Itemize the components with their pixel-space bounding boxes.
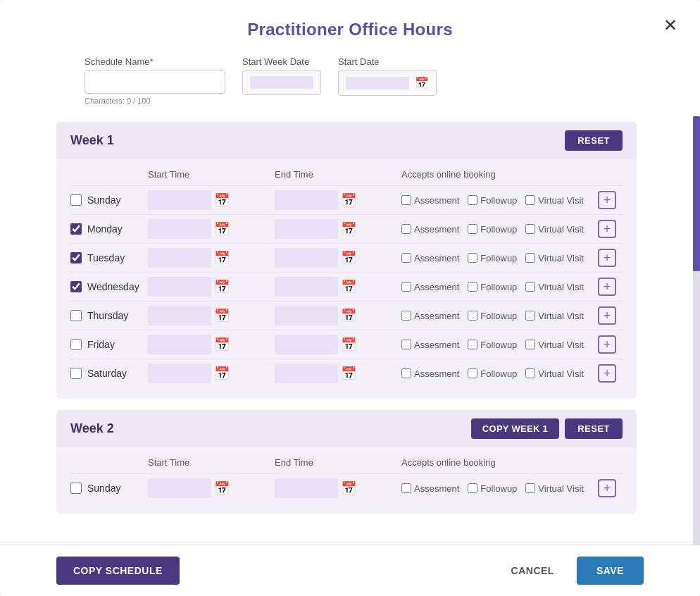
week1-friday-assesment[interactable]: Assesment [401, 340, 459, 350]
week1-wednesday-row: Wednesday 📅 📅 Assesment Followup [70, 272, 623, 301]
clock-icon: 📅 [341, 279, 356, 294]
schedule-name-group: Schedule Name* Characters: 0 / 100 [85, 56, 225, 105]
clock-icon: 📅 [214, 337, 230, 352]
week1-wednesday-checkbox[interactable] [70, 281, 82, 292]
week1-thursday-assesment[interactable]: Assesment [401, 311, 459, 321]
week1-tuesday-end: 📅 [275, 248, 401, 268]
week1-wednesday-assesment[interactable]: Assesment [401, 282, 459, 292]
modal-title: Practitioner Office Hours [247, 20, 453, 39]
week1-thursday-add-button[interactable]: + [598, 306, 616, 325]
week1-thursday-name: Thursday [70, 310, 148, 321]
week1-sunday-booking: Assesment Followup Virtual Visit + [401, 191, 623, 209]
week1-saturday-followup[interactable]: Followup [468, 368, 517, 379]
week2-title: Week 2 [70, 421, 114, 436]
week1-friday-virtual[interactable]: Virtual Visit [525, 340, 584, 350]
week1-monday-add-button[interactable]: + [598, 220, 616, 238]
week1-wednesday-virtual[interactable]: Virtual Visit [525, 282, 584, 292]
week1-reset-button[interactable]: RESET [565, 130, 623, 151]
week2-sunday-add-button[interactable]: + [598, 479, 616, 497]
char-count: Characters: 0 / 100 [85, 97, 225, 105]
save-button[interactable]: SAVE [577, 557, 644, 585]
clock-icon: 📅 [214, 308, 230, 323]
week2-sunday-name: Sunday [70, 483, 148, 494]
week1-actions: RESET [565, 130, 623, 151]
clock-icon: 📅 [341, 337, 356, 352]
week1-tuesday-add-button[interactable]: + [598, 249, 616, 267]
cancel-button[interactable]: CANCEL [500, 557, 565, 585]
week1-tuesday-virtual[interactable]: Virtual Visit [525, 253, 584, 263]
week1-saturday-add-button[interactable]: + [598, 364, 616, 383]
clock-icon: 📅 [214, 366, 230, 381]
start-date-value [346, 77, 409, 89]
week1-wednesday-followup[interactable]: Followup [468, 282, 517, 292]
week1-section: Week 1 RESET Start Time End Time Accepts… [56, 122, 637, 399]
week1-sunday-add-button[interactable]: + [598, 191, 616, 209]
week1-thursday-checkbox[interactable] [70, 310, 82, 321]
week1-monday-followup[interactable]: Followup [468, 224, 517, 235]
week1-sunday-checkbox[interactable] [70, 194, 82, 206]
week2-header: Week 2 COPY WEEK 1 RESET [56, 410, 637, 447]
schedule-name-input[interactable] [85, 70, 225, 94]
start-date-field[interactable]: 📅 [338, 70, 437, 96]
close-button[interactable]: ✕ [663, 17, 677, 34]
week1-sunday-assesment[interactable]: Assesment [401, 195, 459, 206]
week1-saturday-name: Saturday [70, 368, 148, 379]
clock-icon: 📅 [341, 250, 356, 266]
week1-monday-name: Monday [70, 223, 148, 235]
clock-icon: 📅 [214, 480, 230, 496]
week1-sunday-virtual[interactable]: Virtual Visit [525, 195, 584, 206]
week2-sunday-row: Sunday 📅 📅 Assesment Followup [70, 473, 623, 502]
week1-friday-followup[interactable]: Followup [468, 340, 517, 350]
week1-sunday-followup[interactable]: Followup [468, 195, 517, 206]
week1-tuesday-followup[interactable]: Followup [468, 253, 517, 263]
week1-wednesday-add-button[interactable]: + [598, 278, 616, 296]
week1-saturday-checkbox[interactable] [70, 368, 82, 379]
week1-saturday-virtual[interactable]: Virtual Visit [525, 368, 584, 379]
week1-saturday-row: Saturday 📅 📅 Assesment Followup [70, 359, 623, 387]
copy-schedule-button[interactable]: COPY SCHEDULE [56, 557, 180, 585]
week2-sunday-followup[interactable]: Followup [468, 483, 517, 494]
week2-copy-week-button[interactable]: COPY WEEK 1 [471, 418, 559, 439]
main-content: Week 1 RESET Start Time End Time Accepts… [0, 122, 700, 530]
week2-reset-button[interactable]: RESET [565, 418, 623, 439]
footer-right: CANCEL SAVE [500, 557, 644, 585]
week1-thursday-start: 📅 [148, 306, 275, 325]
clock-icon: 📅 [341, 308, 356, 323]
scrollbar-thumb[interactable] [693, 116, 700, 271]
week1-tuesday-name: Tuesday [70, 252, 148, 263]
content-scroll: Week 1 RESET Start Time End Time Accepts… [0, 116, 700, 545]
week1-monday-row: Monday 📅 📅 Assesment Followup [70, 214, 623, 243]
clock-icon: 📅 [214, 250, 230, 266]
clock-icon: 📅 [341, 221, 356, 237]
week1-monday-assesment[interactable]: Assesment [401, 224, 459, 235]
week2-sunday-assesment[interactable]: Assesment [401, 483, 459, 494]
week1-tuesday-assesment[interactable]: Assesment [401, 253, 459, 263]
week1-monday-virtual[interactable]: Virtual Visit [525, 224, 584, 235]
week1-monday-end: 📅 [275, 219, 401, 239]
week1-friday-add-button[interactable]: + [598, 335, 616, 354]
week1-thursday-row: Thursday 📅 📅 Assesment Followup [70, 301, 623, 330]
start-date-group: Start Date 📅 [338, 56, 437, 96]
week1-saturday-assesment[interactable]: Assesment [401, 368, 459, 379]
week1-start-time-header: Start Time [148, 169, 275, 180]
scrollbar-track[interactable] [693, 116, 700, 545]
week1-wednesday-end: 📅 [275, 277, 401, 297]
start-week-date-field[interactable] [242, 70, 321, 95]
week2-sunday-checkbox[interactable] [70, 483, 82, 494]
week1-friday-checkbox[interactable] [70, 339, 82, 350]
week1-tuesday-checkbox[interactable] [70, 252, 82, 263]
clock-icon: 📅 [214, 192, 230, 208]
week2-sunday-virtual[interactable]: Virtual Visit [525, 483, 584, 494]
week1-thursday-end: 📅 [275, 306, 401, 325]
week1-monday-checkbox[interactable] [70, 223, 82, 235]
week1-thursday-virtual[interactable]: Virtual Visit [525, 311, 584, 321]
week2-sunday-end: 📅 [275, 478, 401, 498]
week1-thursday-followup[interactable]: Followup [468, 311, 517, 321]
week1-booking-header: Accepts online booking [401, 169, 623, 180]
week1-wednesday-start: 📅 [148, 277, 275, 297]
clock-icon: 📅 [341, 366, 356, 381]
week2-sunday-booking: Assesment Followup Virtual Visit + [401, 479, 623, 497]
schedule-name-label: Schedule Name* [85, 56, 225, 67]
week2-sunday-start: 📅 [148, 478, 275, 498]
week1-sunday-row: Sunday 📅 📅 Assesment Followup [70, 185, 623, 214]
